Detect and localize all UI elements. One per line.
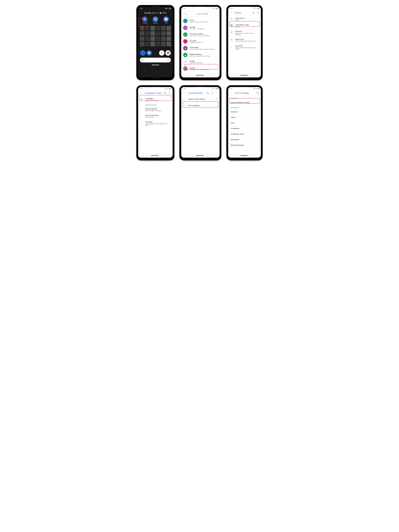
status-time: 1:19 <box>183 88 185 89</box>
back-icon[interactable]: ← <box>183 92 185 94</box>
settings-list[interactable]: 🔊SoundVolume, vibration, Do Not Disturb☰… <box>181 18 220 73</box>
language-option[interactable]: Akan <box>228 120 261 126</box>
gmail-app-icon[interactable]: M <box>159 50 164 56</box>
help-icon[interactable]: ⓘ <box>169 92 170 94</box>
language-list: 1 English (United States) ☰ ＋ Add a lang… <box>181 96 220 153</box>
home-button[interactable] <box>196 75 204 76</box>
status-bar: 1:19 ⏰▾◢▮ <box>228 7 261 10</box>
home-button[interactable] <box>196 155 204 156</box>
google-search-bar[interactable]: G ⁂ <box>140 58 171 63</box>
home-date-weather: Monday, Dec 17 | ⛅ 59°F <box>138 10 173 17</box>
system-row-date-time[interactable]: 🕐Date & timeGMT-07:00 Mountain Standard … <box>228 37 261 43</box>
row-suggested-language[interactable]: Español (Estados Unidos) <box>228 100 261 105</box>
help-icon[interactable]: ⓘ <box>257 12 259 14</box>
language-option[interactable]: Aghem <box>228 115 261 120</box>
row-icon: ⓘ <box>230 18 233 20</box>
row-icon: ✋ <box>183 46 188 50</box>
system-row-advanced[interactable]: ⌄AdvancedBackup, Reset options, Multiple… <box>228 43 261 51</box>
language-option[interactable]: Azərbaycan (latın) <box>228 131 261 137</box>
nav-bar: ‹ <box>181 153 220 158</box>
search-icon[interactable]: 🔍 <box>164 92 166 94</box>
settings-search[interactable]: 🔍 Search settings <box>183 11 218 16</box>
settings-row-security-location[interactable]: 🔒Security & locationPlay Protect, screen… <box>181 31 220 38</box>
settings-row-accounts[interactable]: 👤AccountsWhatsApp, Google, Duo <box>181 38 220 45</box>
system-row-about-phone[interactable]: ⓘAbout phonePixel 3 <box>228 16 261 22</box>
status-bar: 1:19 ⏰▾◢▮ <box>181 7 220 10</box>
lang-pref-screen: 1:19 ⏰▾◢▮ ← Language prefer... 🔍 ⓘ ⋮ 1 E… <box>181 87 220 158</box>
drag-handle-icon[interactable]: ☰ <box>216 98 217 100</box>
app-settings[interactable]: ⚙Settings <box>142 17 147 24</box>
back-button[interactable]: ‹ <box>186 155 187 157</box>
status-time: 1:18 <box>140 8 142 9</box>
phone-app-icon[interactable]: 📞 <box>140 50 145 56</box>
nav-bar: ‹ <box>228 153 261 158</box>
settings-row-digital-wellbeing[interactable]: ◉Digital WellbeingScreen time, app timer… <box>181 51 220 58</box>
home-app-row: ⚙Settings 17Calendar 🕐Clock <box>138 17 173 24</box>
settings-row-sound[interactable]: 🔊SoundVolume, vibration, Do Not Disturb <box>181 18 220 24</box>
messages-app-icon[interactable]: 💬 <box>146 50 152 56</box>
row-icon: 🔒 <box>183 32 188 37</box>
search-icon[interactable]: 🔍 <box>252 12 255 14</box>
row-virtual-keyboard[interactable]: Virtual keyboardGboard, Google voice typ… <box>138 106 173 113</box>
back-icon[interactable]: ← <box>140 92 142 94</box>
search-icon[interactable]: 🔍 <box>256 92 259 94</box>
chrome-app-icon[interactable] <box>165 50 171 56</box>
back-button[interactable]: ‹ <box>142 155 143 157</box>
system-list[interactable]: ⓘAbout phonePixel 3🌐Languages & inputGbo… <box>228 16 261 73</box>
language-option[interactable]: Bamanakan <box>228 137 261 142</box>
plus-icon: ＋ <box>184 104 185 107</box>
app-clock[interactable]: 🕐Clock <box>164 17 169 24</box>
back-icon[interactable]: ← <box>230 92 232 94</box>
system-row-languages-input[interactable]: 🌐Languages & inputGboard <box>228 22 261 29</box>
home-button[interactable] <box>240 75 248 76</box>
nav-bar: ‹ <box>138 153 173 158</box>
system-row-gestures[interactable]: ☝GesturesActive Edge on, squeeze for you… <box>228 29 261 37</box>
settings-row-accessibility[interactable]: ✋AccessibilityScreen readers, display, i… <box>181 45 220 51</box>
row-current-language[interactable]: 1 English (United States) ☰ <box>181 96 220 102</box>
status-icons: ⏰▾◢▮ <box>212 88 218 89</box>
back-icon[interactable]: ← <box>230 12 232 14</box>
row-physical-keyboard[interactable]: Physical keyboardNot connected <box>138 113 173 120</box>
row-add-language[interactable]: ＋ Add a language <box>181 102 220 109</box>
search-icon: 🔍 <box>185 13 187 15</box>
row-advanced[interactable]: ⌄AdvancedInput assistance, Pointer speed… <box>138 120 173 127</box>
phone-home: 1:18 ⏰▾◢▮ Monday, Dec 17 | ⛅ 59°F ⚙Setti… <box>136 5 174 80</box>
overflow-icon[interactable]: ⋮ <box>216 92 217 94</box>
home-button[interactable] <box>240 155 248 156</box>
back-button[interactable]: ‹ <box>232 74 233 76</box>
system-screen: 1:19 ⏰▾◢▮ ← System 🔍 ⓘ ⓘAbout phonePixel… <box>228 7 261 77</box>
app-calendar[interactable]: 17Calendar <box>153 17 158 24</box>
section-all-languages: All languages <box>228 105 261 109</box>
search-icon[interactable]: 🔍 <box>206 92 209 94</box>
page-title: Language prefer... <box>188 92 204 94</box>
row-icon: 🕐 <box>230 38 233 41</box>
language-option[interactable]: Bosanski (latinica) <box>228 142 261 148</box>
back-button[interactable]: ‹ <box>186 74 187 76</box>
language-option[interactable]: Afrikaans <box>228 109 261 115</box>
status-icons: ⏰▾◢▮ <box>254 88 259 89</box>
help-icon[interactable]: ⓘ <box>211 92 213 94</box>
clock-icon: 🕐 <box>164 17 169 22</box>
row-languages[interactable]: ᵀA LanguagesEnglish (United States) <box>138 96 173 102</box>
phone-system: 1:19 ⏰▾◢▮ ← System 🔍 ⓘ ⓘAbout phonePixel… <box>226 5 263 80</box>
add-language-list[interactable]: Suggested Español (Estados Unidos) All l… <box>228 96 261 153</box>
nav-bar: ‹ <box>228 73 261 77</box>
language-option[interactable]: Anarâškielâ <box>228 126 261 131</box>
blurred-apps <box>138 24 173 49</box>
back-button[interactable]: ‹ <box>232 155 233 157</box>
status-time: 1:19 <box>230 8 232 9</box>
home-indicator[interactable] <box>152 65 159 65</box>
home-screen: 1:18 ⏰▾◢▮ Monday, Dec 17 | ⛅ 59°F ⚙Setti… <box>138 7 173 77</box>
settings-row-google[interactable]: GGoogleServices & preferences <box>181 58 220 65</box>
settings-row-system[interactable]: ⓘSystemLanguages, time, backup, updates <box>181 65 220 72</box>
row-icon: G <box>183 60 188 64</box>
calendar-icon: 17 <box>153 17 158 22</box>
settings-row-storage[interactable]: ☰Storage35% used · 41.43 GB free <box>181 24 220 31</box>
assistant-icon[interactable]: ⁂ <box>167 59 169 61</box>
translate-icon: ᵀA <box>140 98 143 100</box>
home-button[interactable] <box>151 155 159 156</box>
page-title: System <box>235 12 250 14</box>
app-bar: ← Languages & input 🔍 ⓘ <box>138 90 173 96</box>
settings-row-tips-support[interactable]: ?Tips & supportHelp articles, phone & ch… <box>181 72 220 73</box>
row-icon: ☝ <box>230 31 233 33</box>
